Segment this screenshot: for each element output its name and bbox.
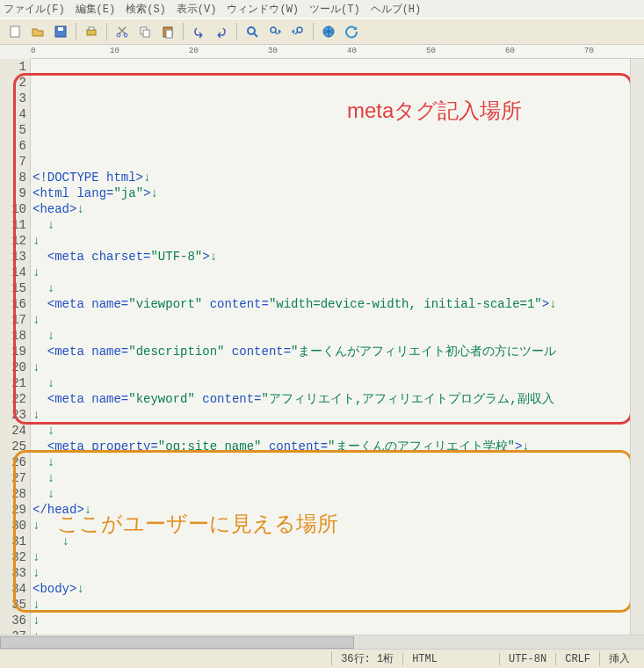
- browser-button[interactable]: [319, 22, 338, 41]
- new-file-button[interactable]: [5, 22, 25, 41]
- code-line[interactable]: ↓: [33, 217, 644, 233]
- line-number: 30: [0, 518, 26, 534]
- svg-rect-3: [87, 30, 96, 35]
- line-number: 18: [0, 328, 26, 344]
- code-line[interactable]: <!DOCTYPE html>↓: [33, 170, 644, 185]
- code-line[interactable]: ↓: [33, 613, 644, 628]
- menu-view[interactable]: 表示(V): [177, 2, 217, 17]
- line-number-gutter: 1234567891011121314151617181920212223242…: [0, 59, 31, 635]
- status-eol: CRLF: [555, 653, 599, 665]
- cut-button[interactable]: [112, 22, 132, 41]
- undo-button[interactable]: [189, 22, 208, 41]
- code-line[interactable]: <meta charset="UTF-8">↓: [33, 249, 644, 265]
- code-line[interactable]: ↓: [33, 549, 644, 565]
- copy-button[interactable]: [135, 22, 155, 41]
- svg-rect-10: [166, 30, 172, 38]
- vertical-scrollbar[interactable]: [630, 59, 644, 635]
- menu-bar: ファイル(F) 編集(E) 検索(S) 表示(V) ウィンドウ(W) ツール(T…: [0, 0, 644, 18]
- line-number: 37: [0, 628, 26, 635]
- toolbar-separator: [236, 23, 237, 40]
- open-file-button[interactable]: [28, 22, 47, 41]
- code-line[interactable]: ↓: [33, 486, 644, 502]
- find-prev-button[interactable]: [288, 22, 308, 41]
- menu-help[interactable]: ヘルプ(H): [371, 2, 422, 17]
- code-line[interactable]: ↓: [33, 534, 644, 549]
- svg-rect-0: [11, 26, 19, 37]
- code-line[interactable]: <html lang="ja">↓: [33, 185, 644, 201]
- line-number: 11: [0, 217, 26, 233]
- menu-tool[interactable]: ツール(T): [309, 2, 360, 17]
- code-line[interactable]: <body>↓: [33, 581, 644, 597]
- ruler-tick: 40: [347, 47, 357, 55]
- menu-window[interactable]: ウィンドウ(W): [227, 2, 299, 17]
- print-button[interactable]: [82, 22, 101, 41]
- code-line[interactable]: <meta name="description" content="まーくんがア…: [33, 344, 644, 359]
- refresh-button[interactable]: [342, 22, 361, 41]
- line-number: 6: [0, 138, 26, 154]
- line-number: 8: [0, 170, 26, 185]
- code-line[interactable]: ↓: [33, 470, 644, 486]
- code-line[interactable]: ↓: [33, 423, 644, 439]
- line-number: 32: [0, 549, 26, 565]
- code-line[interactable]: ↓: [33, 328, 644, 344]
- code-line[interactable]: ↓: [33, 454, 644, 470]
- code-line[interactable]: <meta name="keyword" content="アフィリエイト,アフ…: [33, 391, 644, 407]
- line-number: 35: [0, 597, 26, 613]
- line-number: 5: [0, 122, 26, 138]
- code-line[interactable]: ↓: [33, 407, 644, 423]
- code-line[interactable]: ↓: [33, 233, 644, 249]
- code-line[interactable]: ↓: [33, 375, 644, 391]
- paste-button[interactable]: [158, 22, 177, 41]
- code-line[interactable]: ↓: [33, 597, 644, 613]
- line-number: 7: [0, 154, 26, 170]
- line-number: 3: [0, 91, 26, 106]
- code-line[interactable]: ↓: [33, 280, 644, 296]
- code-line[interactable]: ↓: [33, 628, 644, 635]
- line-number: 31: [0, 534, 26, 549]
- code-line[interactable]: ↓: [33, 359, 644, 375]
- ruler-tick: 60: [505, 47, 515, 55]
- code-line[interactable]: <head>↓: [33, 201, 644, 217]
- code-editor[interactable]: metaタグ記入場所 ここがユーザーに見える場所 <!DOCTYPE html>…: [31, 59, 644, 635]
- line-number: 23: [0, 407, 26, 423]
- line-number: 22: [0, 391, 26, 407]
- menu-file[interactable]: ファイル(F): [4, 2, 65, 17]
- line-number: 4: [0, 106, 26, 122]
- scrollbar-thumb[interactable]: [0, 636, 354, 649]
- line-number: 19: [0, 344, 26, 359]
- status-bar: 36行: 1桁 HTML UTF-8N CRLF 挿入: [0, 649, 644, 668]
- code-line[interactable]: <meta property="og:site_name" content="ま…: [33, 439, 644, 454]
- menu-search[interactable]: 検索(S): [126, 2, 166, 17]
- toolbar-separator: [76, 23, 76, 40]
- line-number: 34: [0, 581, 26, 597]
- svg-rect-2: [58, 27, 63, 31]
- menu-edit[interactable]: 編集(E): [76, 2, 116, 17]
- line-number: 21: [0, 375, 26, 391]
- save-button[interactable]: [51, 22, 70, 41]
- line-number: 12: [0, 233, 26, 249]
- code-line[interactable]: ↓: [33, 265, 644, 280]
- line-number: 2: [0, 75, 26, 91]
- line-number: 9: [0, 185, 26, 201]
- editor-area[interactable]: 1234567891011121314151617181920212223242…: [0, 59, 644, 635]
- line-number: 17: [0, 312, 26, 328]
- ruler-tick: 30: [268, 47, 278, 55]
- ruler-tick: 70: [584, 47, 594, 55]
- code-line[interactable]: ↓: [33, 565, 644, 581]
- line-number: 28: [0, 486, 26, 502]
- find-button[interactable]: [242, 22, 262, 41]
- redo-button[interactable]: [212, 22, 231, 41]
- line-number: 36: [0, 613, 26, 628]
- line-number: 10: [0, 201, 26, 217]
- line-number: 16: [0, 296, 26, 312]
- horizontal-scrollbar[interactable]: [0, 635, 644, 649]
- ruler-tick: 50: [426, 47, 436, 55]
- line-number: 24: [0, 423, 26, 439]
- line-number: 25: [0, 439, 26, 454]
- code-line[interactable]: ↓: [33, 312, 644, 328]
- line-number: 26: [0, 454, 26, 470]
- find-next-button[interactable]: [265, 22, 285, 41]
- code-line[interactable]: <meta name="viewport" content="width=dev…: [33, 296, 644, 312]
- ruler: 0 10 20 30 40 50 60 70: [31, 45, 644, 59]
- svg-point-11: [248, 27, 255, 34]
